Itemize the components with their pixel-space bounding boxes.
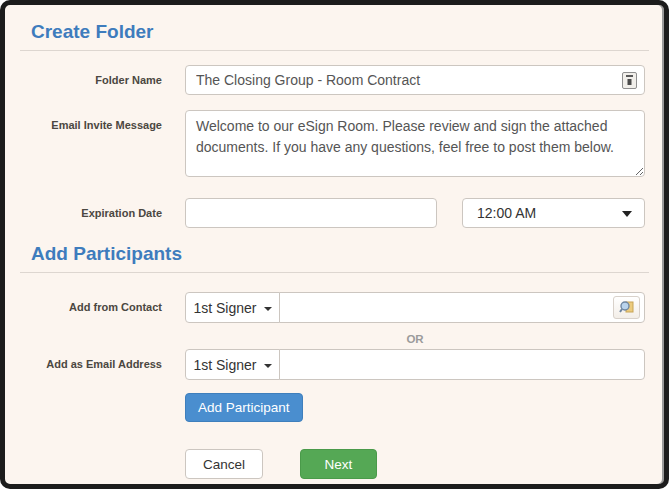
email-invite-textarea[interactable]: Welcome to our eSign Room. Please review…: [185, 110, 645, 177]
or-separator-row: OR: [20, 333, 649, 345]
email-invite-row: Email Invite Message Welcome to our eSig…: [20, 110, 649, 181]
expiration-time-value: 12:00 AM: [477, 205, 536, 221]
folder-name-label: Folder Name: [20, 65, 162, 87]
add-from-contact-row: Add from Contact 1st Signer: [20, 292, 649, 323]
magnifier-glyph: [619, 300, 635, 315]
email-role-select[interactable]: 1st Signer: [185, 349, 280, 380]
section-title-create-folder: Create Folder: [20, 5, 649, 51]
email-address-input[interactable]: [279, 349, 645, 380]
section-title-add-participants: Add Participants: [20, 228, 649, 273]
add-as-email-row: Add as Email Address 1st Signer: [20, 349, 649, 380]
add-as-email-label: Add as Email Address: [20, 349, 162, 371]
add-from-contact-label: Add from Contact: [20, 292, 162, 314]
search-contact-icon[interactable]: [613, 296, 640, 319]
or-label: OR: [185, 333, 645, 345]
email-role-value: 1st Signer: [193, 357, 256, 373]
add-participant-row: Add Participant: [20, 393, 649, 422]
autofill-icon[interactable]: [622, 72, 637, 89]
next-button[interactable]: Next: [300, 449, 377, 479]
expiration-date-input[interactable]: [185, 198, 437, 228]
autofill-icon-glyph: [625, 75, 634, 86]
chevron-down-icon: [264, 364, 272, 368]
chevron-down-icon: [622, 211, 632, 217]
create-folder-dialog: Create Folder Folder Name Email Invite M…: [0, 0, 669, 489]
add-participant-button[interactable]: Add Participant: [185, 393, 303, 422]
expiration-time-select[interactable]: 12:00 AM: [462, 198, 645, 228]
contact-role-select[interactable]: 1st Signer: [185, 292, 280, 323]
email-invite-label: Email Invite Message: [20, 110, 162, 132]
expiration-date-label: Expiration Date: [20, 198, 162, 220]
contact-search-input[interactable]: [279, 292, 645, 323]
dialog-footer: Cancel Next: [185, 449, 649, 479]
expiration-row: Expiration Date 12:00 AM: [20, 198, 649, 228]
folder-name-input[interactable]: [185, 65, 645, 95]
folder-name-row: Folder Name: [20, 65, 649, 95]
contact-role-value: 1st Signer: [193, 300, 256, 316]
cancel-button[interactable]: Cancel: [185, 449, 263, 479]
chevron-down-icon: [264, 307, 272, 311]
